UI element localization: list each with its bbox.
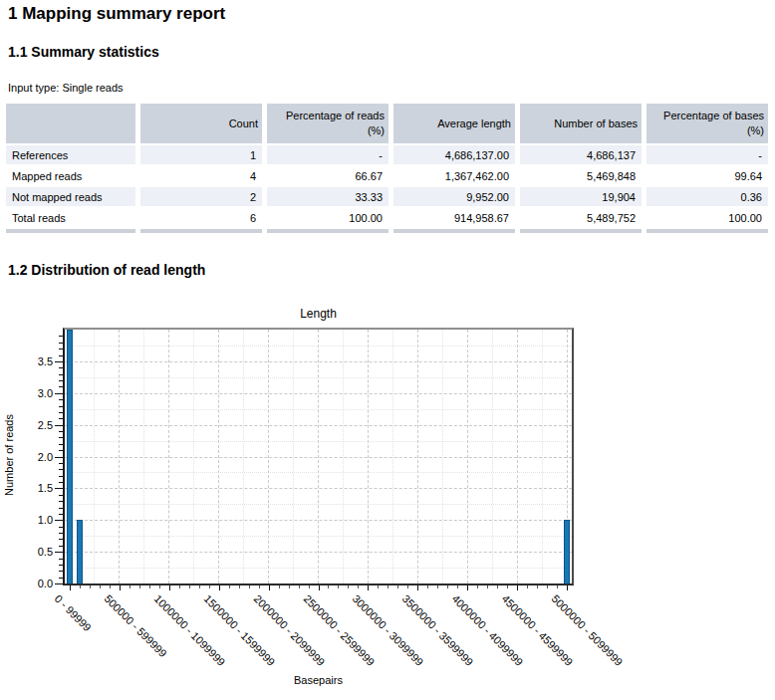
y-tick-mark [59,336,63,337]
y-tick-mark [59,539,63,540]
y-tick-mark [55,488,63,489]
x-tick-mark [338,585,339,588]
y-tick-mark [55,393,63,394]
y-tick-mark [59,406,63,407]
y-tick-mark [59,463,63,464]
row-label: Not mapped reads [6,187,135,206]
y-tick-mark [55,361,63,362]
cell-pct-bases: 0.36 [646,187,768,206]
y-tick-label: 0.5 [23,546,53,558]
cell-pct-reads: 33.33 [267,187,388,206]
cell-count: 6 [140,208,262,227]
major-gridline [268,330,269,583]
x-tick-mark [447,585,448,588]
y-tick-label: 3.0 [23,387,53,399]
cell-count: 1 [140,145,262,164]
major-gridline [168,330,169,583]
y-tick-mark [59,527,63,528]
major-gridline [517,330,518,583]
table-header-row: Count Percentage of reads (%) Average le… [6,104,768,143]
table-row: Mapped reads 4 66.67 1,367,462.00 5,469,… [6,166,768,185]
x-tick-mark [467,585,468,590]
x-tick-mark [388,585,388,588]
cell-avg-length: 9,952.00 [393,187,515,206]
table-row: References 1 - 4,686,137.00 4,686,137 - [6,145,768,164]
x-tick-mark [487,585,488,588]
major-gridline [368,330,369,583]
major-gridline [417,330,418,583]
y-tick-mark [59,349,63,350]
x-tick-mark [368,585,369,590]
x-tick-mark [527,585,528,588]
y-tick-mark [59,380,63,381]
y-tick-mark [55,425,63,426]
y-tick-mark [55,583,63,584]
x-tick-mark [149,585,150,588]
x-tick-mark [70,585,71,590]
y-tick-mark [59,343,63,344]
x-tick-mark [517,585,518,590]
x-tick-mark [319,585,320,590]
page-title: 1 Mapping summary report [8,4,225,24]
x-tick-mark [179,585,180,588]
y-tick-mark [55,520,63,521]
cell-pct-reads: - [267,145,388,164]
x-tick-mark [219,585,220,590]
plot-area [63,328,574,585]
y-tick-mark [55,552,63,553]
x-tick-mark [417,585,418,590]
x-tick-mark [120,585,121,590]
x-tick-mark [289,585,290,588]
column-header-count: Count [140,104,262,143]
x-tick-mark [358,585,359,588]
y-tick-mark [59,418,63,419]
y-tick-label: 1.5 [23,482,53,494]
y-tick-mark [59,546,63,547]
x-tick-mark [129,585,130,588]
column-header-label [6,104,135,143]
x-tick-mark [437,585,438,588]
y-tick-mark [59,501,63,502]
y-tick-label: 3.5 [23,355,53,367]
chart-title: Length [63,307,574,321]
x-tick-label: 0 - 99999 [52,592,93,633]
x-tick-mark [209,585,210,588]
section-title-read-length-distribution: 1.2 Distribution of read length [8,262,205,278]
x-tick-mark [139,585,140,588]
y-tick-mark [59,514,63,515]
y-tick-label: 0.0 [23,578,53,589]
summary-statistics-table: Count Percentage of reads (%) Average le… [1,102,773,235]
y-tick-mark [59,476,63,477]
x-tick-mark [299,585,300,588]
histogram-bar [67,330,73,583]
x-tick-mark [90,585,91,588]
x-tick-mark [249,585,250,588]
y-tick-mark [59,444,63,445]
x-tick-mark [477,585,478,588]
x-tick-mark [557,585,558,588]
table-row: Not mapped reads 2 33.33 9,952.00 19,904… [6,187,768,206]
x-tick-mark [378,585,379,588]
x-tick-mark [537,585,538,588]
table-bottom-strip [6,229,768,233]
x-tick-mark [239,585,240,588]
histogram-bar [564,520,570,583]
x-tick-mark [259,585,260,588]
y-tick-mark [59,367,63,368]
y-tick-mark [59,437,63,438]
x-tick-mark [80,585,81,588]
x-tick-mark [457,585,458,588]
major-gridline [318,330,319,583]
x-tick-mark [189,585,190,588]
cell-num-bases: 5,469,848 [520,166,642,185]
y-tick-mark [59,355,63,356]
section-title-summary-statistics: 1.1 Summary statistics [8,44,159,60]
cell-count: 2 [140,187,262,206]
x-tick-mark [348,585,349,588]
x-tick-mark [407,585,408,588]
y-tick-mark [59,386,63,387]
major-gridline [467,330,468,583]
y-tick-mark [59,571,63,572]
cell-pct-reads: 100.00 [267,208,388,227]
x-tick-mark [159,585,160,588]
